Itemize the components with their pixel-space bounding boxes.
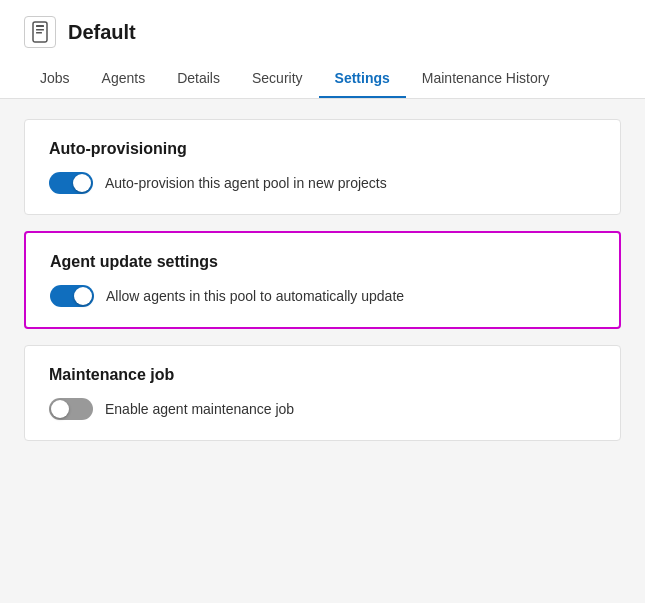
maintenance-job-label: Enable agent maintenance job <box>105 401 294 417</box>
auto-provisioning-label: Auto-provision this agent pool in new pr… <box>105 175 387 191</box>
maintenance-job-toggle[interactable] <box>49 398 93 420</box>
main-content: Auto-provisioning Auto-provision this ag… <box>0 99 645 461</box>
maintenance-job-card: Maintenance job Enable agent maintenance… <box>24 345 621 441</box>
tab-settings[interactable]: Settings <box>319 60 406 98</box>
nav-tabs-container: Jobs Agents Details Security Settings Ma… <box>24 60 621 98</box>
toggle-thumb <box>74 287 92 305</box>
auto-provisioning-card: Auto-provisioning Auto-provision this ag… <box>24 119 621 215</box>
agent-update-toggle[interactable] <box>50 285 94 307</box>
auto-provisioning-row: Auto-provision this agent pool in new pr… <box>49 172 596 194</box>
svg-rect-2 <box>36 29 44 31</box>
auto-provisioning-toggle[interactable] <box>49 172 93 194</box>
page-title: Default <box>68 21 136 44</box>
agent-update-card: Agent update settings Allow agents in th… <box>24 231 621 329</box>
toggle-thumb <box>73 174 91 192</box>
toggle-thumb <box>51 400 69 418</box>
title-row: Default <box>24 16 621 48</box>
svg-rect-3 <box>36 32 42 34</box>
tab-security[interactable]: Security <box>236 60 319 98</box>
page-header: Default Jobs Agents Details Security Set… <box>0 0 645 99</box>
agent-update-row: Allow agents in this pool to automatical… <box>50 285 595 307</box>
tab-agents[interactable]: Agents <box>86 60 162 98</box>
maintenance-job-title: Maintenance job <box>49 366 596 384</box>
pool-icon <box>24 16 56 48</box>
svg-rect-1 <box>36 25 44 27</box>
tab-maintenance-history[interactable]: Maintenance History <box>406 60 566 98</box>
agent-update-title: Agent update settings <box>50 253 595 271</box>
auto-provisioning-title: Auto-provisioning <box>49 140 596 158</box>
tab-jobs[interactable]: Jobs <box>24 60 86 98</box>
maintenance-job-row: Enable agent maintenance job <box>49 398 596 420</box>
tab-details[interactable]: Details <box>161 60 236 98</box>
agent-update-label: Allow agents in this pool to automatical… <box>106 288 404 304</box>
nav-tabs: Jobs Agents Details Security Settings Ma… <box>24 60 621 98</box>
